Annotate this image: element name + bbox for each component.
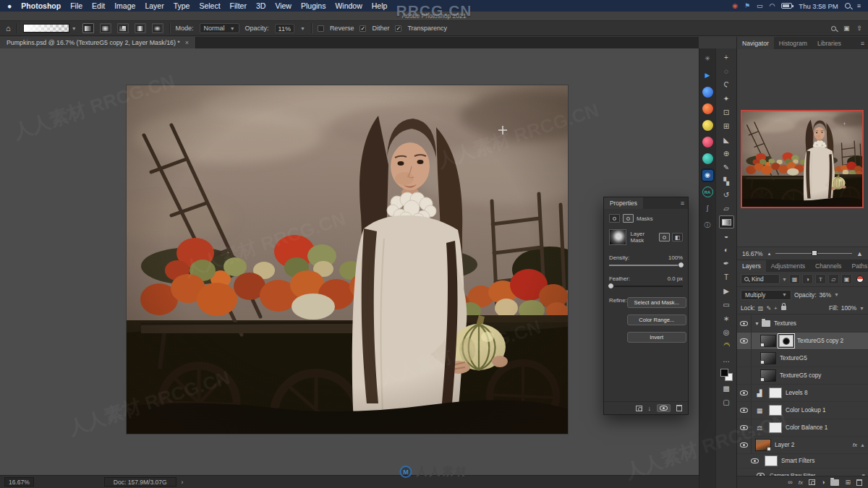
status-flag-icon[interactable]: ⚑ — [744, 2, 750, 9]
marquee-tool-icon[interactable]: ◌ — [719, 64, 734, 77]
visibility-toggle[interactable] — [737, 315, 752, 332]
visibility-toggle[interactable] — [747, 454, 762, 468]
status-zoom-field[interactable]: 16.67% — [4, 477, 34, 487]
tab-properties[interactable]: Properties — [604, 197, 643, 209]
angle-gradient-button[interactable] — [117, 23, 129, 33]
document-tab[interactable]: Pumpkins.psd @ 16.7% (TextureG5 copy 2, … — [0, 37, 196, 48]
paint-extension-icon[interactable] — [702, 87, 713, 98]
feather-slider[interactable] — [609, 286, 683, 287]
layer-blend-mode-select[interactable]: Multiply ▼ — [741, 290, 791, 300]
menu-photoshop[interactable]: Photoshop — [21, 1, 61, 10]
layer-row[interactable]: TextureG5 copy — [737, 367, 868, 385]
add-mask-icon[interactable] — [809, 479, 815, 485]
layer-style-icon[interactable]: fx — [799, 479, 803, 486]
quick-select-tool-icon[interactable]: ✦ — [719, 92, 734, 105]
layer-thumbnail[interactable] — [755, 439, 771, 451]
menu-view[interactable]: View — [275, 1, 292, 10]
menu-image[interactable]: Image — [114, 1, 135, 10]
visibility-toggle[interactable] — [737, 385, 752, 401]
menu-3d[interactable]: 3D — [256, 1, 265, 10]
layer-row[interactable]: TextureG5 — [737, 350, 868, 367]
tab-channels[interactable]: Channels — [810, 260, 846, 272]
healing-tool-icon[interactable]: ⊕ — [719, 147, 734, 160]
panel-menu-icon[interactable]: ≡ — [677, 200, 688, 207]
menu-window[interactable]: Window — [335, 1, 362, 10]
swirl-teal-extension-icon[interactable] — [702, 153, 713, 164]
eraser-tool-icon[interactable]: ▱ — [719, 202, 734, 215]
zoom-slider-knob[interactable] — [812, 250, 817, 256]
linear-gradient-button[interactable] — [82, 23, 94, 33]
ra-extension-icon[interactable]: RA — [702, 187, 713, 197]
menu-plugins[interactable]: Plugins — [301, 1, 326, 10]
dither-checkbox[interactable]: ✓ — [359, 25, 366, 32]
feather-slider-knob[interactable] — [608, 283, 614, 289]
filter-toggle-icon[interactable] — [856, 275, 864, 283]
disclosure-icon[interactable]: ▼ — [754, 321, 760, 326]
camera-extension-icon[interactable]: ◉ — [702, 170, 713, 181]
filter-type-icon[interactable]: T — [815, 274, 826, 284]
opacity-picker-chevron[interactable]: ▼ — [300, 26, 305, 31]
menu-help[interactable]: Help — [372, 1, 388, 10]
wifi-icon[interactable]: ◠ — [769, 2, 775, 9]
chevron-down-icon[interactable]: ▼ — [859, 306, 864, 311]
transparency-checkbox[interactable]: ✓ — [395, 25, 401, 32]
dodge-tool-icon[interactable]: ◐ — [719, 243, 734, 256]
gradient-preview[interactable] — [23, 24, 69, 33]
lock-all-icon[interactable] — [781, 306, 786, 310]
layer-row[interactable]: ▟ Levels 8 — [737, 385, 868, 402]
menu-file[interactable]: File — [70, 1, 82, 10]
mask-visibility-icon[interactable] — [657, 404, 671, 412]
layer-mask-thumbnail[interactable] — [769, 422, 782, 433]
menu-layer[interactable]: Layer — [145, 1, 163, 10]
layer-row[interactable]: Layer 2 fx ▲ — [737, 437, 868, 454]
density-slider-knob[interactable] — [678, 262, 684, 268]
screen-mode-icon[interactable]: ▢ — [719, 395, 734, 408]
layer-row-smart-filters[interactable]: Smart Filters — [737, 454, 868, 468]
menu-filter[interactable]: Filter — [230, 1, 247, 10]
navigator-zoom-slider[interactable] — [775, 253, 852, 254]
history-brush-tool-icon[interactable]: ↺ — [719, 188, 734, 201]
reverse-checkbox[interactable] — [318, 25, 324, 32]
tab-adjustments[interactable]: Adjustments — [766, 260, 810, 272]
radial-gradient-button[interactable] — [100, 23, 111, 33]
invert-button[interactable]: Invert — [627, 332, 686, 343]
status-arrow-icon[interactable]: › — [182, 479, 184, 486]
selected-mask-icon[interactable] — [623, 214, 634, 223]
chevron-down-icon[interactable]: ▼ — [834, 292, 839, 297]
apple-menu-icon[interactable]: ● — [7, 1, 12, 10]
visibility-toggle[interactable] — [737, 419, 752, 436]
filter-shape-icon[interactable]: ▱ — [828, 274, 839, 284]
delete-layer-icon[interactable] — [856, 479, 862, 486]
home-icon[interactable]: ⌂ — [6, 24, 11, 33]
mask-preview-thumbnail[interactable] — [609, 229, 626, 245]
splash-extension-icon[interactable] — [702, 103, 713, 114]
search-icon[interactable] — [831, 26, 836, 31]
link-layers-icon[interactable]: ∞ — [788, 479, 792, 486]
visibility-toggle[interactable] — [737, 367, 752, 384]
gradient-tool-icon[interactable] — [719, 215, 734, 228]
blend-mode-select[interactable]: Normal ▼ — [200, 23, 239, 33]
squiggle-extension-icon[interactable]: ʃ — [702, 203, 713, 214]
zoom-in-icon[interactable]: ▲ — [856, 250, 863, 257]
new-layer-icon[interactable]: ⊞ — [845, 479, 851, 486]
diamond-gradient-button[interactable] — [152, 23, 163, 33]
shape-tool-icon[interactable]: ▭ — [719, 298, 734, 311]
color-range-button[interactable]: Color Range... — [627, 314, 686, 325]
filter-adjustment-icon[interactable]: ◑ — [802, 274, 813, 284]
reflected-gradient-button[interactable] — [135, 23, 146, 33]
gear-extension-icon[interactable]: ✳ — [702, 53, 713, 64]
chevron-down-icon[interactable]: ▼ — [72, 26, 77, 31]
load-selection-icon[interactable] — [636, 406, 642, 411]
tab-navigator[interactable]: Navigator — [737, 37, 774, 49]
density-slider[interactable] — [609, 265, 683, 266]
fx-badge[interactable]: fx — [853, 442, 857, 448]
pixel-mask-icon[interactable] — [609, 214, 620, 223]
tab-histogram[interactable]: Histogram — [774, 37, 812, 49]
filter-smart-object-icon[interactable]: ▣ — [841, 274, 852, 284]
navigator-proxy-view[interactable] — [741, 110, 864, 208]
menu-edit[interactable]: Edit — [92, 1, 105, 10]
pen-tool-icon[interactable]: ✒ — [719, 257, 734, 270]
feather-value[interactable]: 0.0 px — [668, 275, 683, 282]
banana-extension-icon[interactable]: ☾ — [718, 337, 733, 354]
tab-layers[interactable]: Layers — [737, 260, 766, 272]
